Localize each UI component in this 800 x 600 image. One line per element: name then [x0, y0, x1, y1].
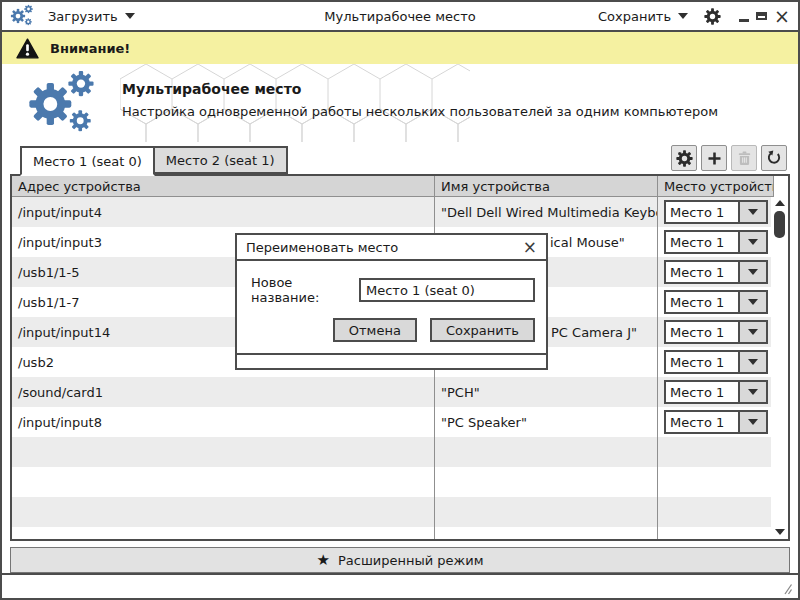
delete-seat-button[interactable] [731, 145, 757, 171]
cancel-button-label: Отмена [349, 323, 401, 338]
column-header-seat: Место устройства [658, 179, 774, 194]
page-header: Мультирабочее место Настройка одновремен… [2, 64, 798, 144]
device-name: "Dell Dell Wired Multimedia Keyboard" [435, 205, 658, 220]
device-address: /input/input4 [12, 205, 435, 220]
tab-label: Место 2 (seat 1) [166, 153, 275, 168]
seat-select-value: Место 1 [666, 382, 738, 402]
table-row: /sound/card1 "PCH" Место 1 [12, 377, 774, 407]
device-seat-cell: Место 1 [658, 410, 774, 434]
warning-banner: Внимание! [2, 32, 798, 64]
column-header-address: Адрес устройства [12, 179, 435, 194]
device-name: "PCH" [435, 385, 658, 400]
chevron-down-icon[interactable] [738, 322, 766, 342]
close-button[interactable]: × [774, 8, 790, 24]
column-header-name: Имя устройства [435, 179, 658, 194]
seat-select-value: Место 1 [666, 292, 738, 312]
table-row-empty [12, 467, 774, 497]
advanced-mode-label: Расширенный режим [338, 553, 484, 568]
new-name-input[interactable] [359, 278, 535, 302]
seat-select[interactable]: Место 1 [664, 200, 768, 224]
device-seat-cell: Место 1 [658, 350, 774, 374]
device-seat-cell: Место 1 [658, 200, 774, 224]
table-header-row: Адрес устройства Имя устройства Место ус… [12, 176, 774, 197]
cancel-button[interactable]: Отмена [333, 318, 417, 342]
maximize-button[interactable] [756, 12, 767, 20]
table-row: /input/input8 "PC Speaker" Место 1 [12, 407, 774, 437]
scroll-down-icon[interactable] [775, 529, 785, 535]
chevron-down-icon [125, 13, 135, 19]
window-title: Мультирабочее место [324, 9, 475, 24]
app-logo-large-icon [16, 69, 108, 139]
device-address: /input/input8 [12, 415, 435, 430]
vertical-scrollbar[interactable] [771, 197, 788, 539]
save-menu-button[interactable]: Сохранить [598, 9, 688, 24]
seat-select[interactable]: Место 1 [664, 290, 768, 314]
resize-grip[interactable] [779, 581, 793, 595]
load-menu-button[interactable]: Загрузить [48, 9, 135, 24]
title-bar: Загрузить Мультирабочее место Сохранить … [2, 2, 798, 32]
seat-select-value: Место 1 [666, 412, 738, 432]
seat-select-value: Место 1 [666, 262, 738, 282]
app-logo-icon [10, 4, 34, 28]
star-icon: ★ [316, 553, 329, 568]
settings-gear-icon[interactable] [704, 8, 721, 25]
page-title: Мультирабочее место [122, 81, 718, 97]
app-window: Загрузить Мультирабочее место Сохранить … [0, 0, 800, 600]
undo-icon [766, 150, 783, 167]
seat-select[interactable]: Место 1 [664, 230, 768, 254]
load-menu-label: Загрузить [48, 9, 118, 24]
seat-select[interactable]: Место 1 [664, 320, 768, 344]
plus-icon [706, 150, 723, 167]
scrollbar-thumb[interactable] [774, 211, 785, 238]
column-divider [657, 176, 658, 539]
seat-toolbar [671, 145, 787, 171]
dialog-divider [237, 353, 546, 355]
chevron-down-icon[interactable] [738, 412, 766, 432]
seat-select-value: Место 1 [666, 232, 738, 252]
tab-seat-1[interactable]: Место 2 (seat 1) [155, 146, 288, 174]
add-seat-button[interactable] [701, 145, 727, 171]
save-menu-label: Сохранить [598, 9, 671, 24]
minimize-button[interactable] [739, 19, 749, 22]
seat-select[interactable]: Место 1 [664, 350, 768, 374]
tab-seat-0[interactable]: Место 1 (seat 0) [20, 146, 155, 176]
table-row-empty [12, 497, 774, 527]
seat-select-value: Место 1 [666, 352, 738, 372]
status-bar [2, 573, 798, 598]
table-row-empty [12, 437, 774, 467]
gear-icon [676, 150, 693, 167]
chevron-down-icon[interactable] [738, 292, 766, 312]
scroll-up-icon[interactable] [775, 200, 785, 206]
advanced-mode-button[interactable]: ★ Расширенный режим [10, 547, 790, 573]
device-seat-cell: Место 1 [658, 380, 774, 404]
seat-select[interactable]: Место 1 [664, 380, 768, 404]
seat-select-value: Место 1 [666, 322, 738, 342]
dialog-title-bar: Переименовать место × [237, 235, 546, 261]
table-row: /input/input4 "Dell Dell Wired Multimedi… [12, 197, 774, 227]
tab-bar: Место 1 (seat 0) Место 2 (seat 1) [2, 144, 798, 174]
warning-icon [16, 38, 39, 59]
new-name-label: Новое название: [251, 275, 351, 305]
device-seat-cell: Место 1 [658, 260, 774, 284]
table-row-empty [12, 527, 774, 541]
device-seat-cell: Место 1 [658, 320, 774, 344]
device-address: /sound/card1 [12, 385, 435, 400]
seat-select[interactable]: Место 1 [664, 410, 768, 434]
seat-select[interactable]: Место 1 [664, 260, 768, 284]
rename-seat-dialog: Переименовать место × Новое название: От… [235, 233, 548, 370]
chevron-down-icon[interactable] [738, 202, 766, 222]
seat-settings-button[interactable] [671, 145, 697, 171]
reset-button[interactable] [761, 145, 787, 171]
save-button-label: Сохранить [446, 323, 519, 338]
chevron-down-icon[interactable] [738, 352, 766, 372]
trash-icon [736, 150, 753, 167]
warning-text: Внимание! [50, 41, 130, 56]
page-subtitle: Настройка одновременной работы нескольки… [122, 104, 718, 119]
chevron-down-icon[interactable] [738, 262, 766, 282]
device-seat-cell: Место 1 [658, 230, 774, 254]
save-button[interactable]: Сохранить [430, 318, 535, 342]
chevron-down-icon[interactable] [738, 232, 766, 252]
dialog-close-icon[interactable]: × [523, 240, 537, 255]
device-name: "PC Speaker" [435, 415, 658, 430]
chevron-down-icon[interactable] [738, 382, 766, 402]
